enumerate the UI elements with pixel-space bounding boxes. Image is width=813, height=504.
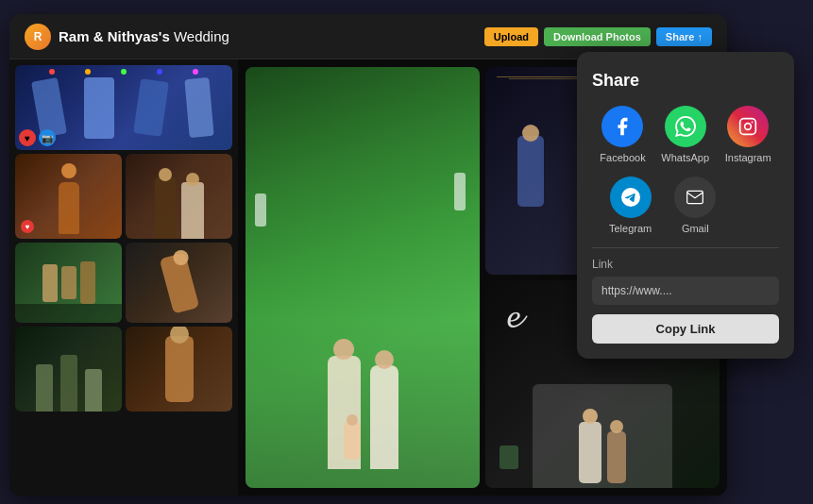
share-telegram-button[interactable]: Telegram xyxy=(609,176,652,234)
gallery-item[interactable] xyxy=(246,67,480,488)
svg-point-1 xyxy=(745,124,752,130)
facebook-icon xyxy=(601,106,643,147)
instagram-icon xyxy=(727,106,769,147)
whatsapp-label: WhatsApp xyxy=(661,152,709,163)
download-button[interactable]: Download Photos xyxy=(544,27,651,46)
instagram-label: Instagram xyxy=(725,152,771,163)
copy-link-button[interactable]: Copy Link xyxy=(592,314,779,344)
facebook-label: Facebook xyxy=(600,152,645,163)
header-actions: Upload Download Photos Share ↑ xyxy=(484,27,712,46)
list-item[interactable] xyxy=(15,327,122,412)
list-item[interactable]: ♥ xyxy=(15,154,122,239)
gmail-label: Gmail xyxy=(682,223,709,234)
heart-reaction-icon: ♥ xyxy=(19,129,36,146)
share-icons-row-2: Telegram Gmail xyxy=(592,176,779,234)
list-item[interactable] xyxy=(15,243,122,323)
sidebar: ♥ 📷 ♥ xyxy=(9,59,238,496)
thumb-reactions: ♥ 📷 xyxy=(19,129,56,146)
gmail-icon xyxy=(674,176,716,218)
share-divider xyxy=(592,247,779,248)
upload-button[interactable]: Upload xyxy=(484,27,538,46)
svg-point-2 xyxy=(752,122,754,124)
list-item[interactable] xyxy=(126,243,232,323)
signature-overlay: 𝓮 xyxy=(504,294,520,337)
page-title: Ram & Nithyas's Wedding xyxy=(59,28,229,44)
share-whatsapp-button[interactable]: WhatsApp xyxy=(661,106,709,163)
list-item[interactable] xyxy=(126,327,232,412)
share-popup-title: Share xyxy=(592,71,779,91)
share-button[interactable]: Share ↑ xyxy=(656,27,712,46)
camera-reaction-icon: 📷 xyxy=(39,129,56,146)
whatsapp-icon xyxy=(665,106,706,147)
list-item[interactable]: ♥ 📷 xyxy=(15,65,232,150)
header-left: R Ram & Nithyas's Wedding xyxy=(25,24,229,50)
list-item[interactable] xyxy=(126,154,232,239)
telegram-icon xyxy=(610,176,652,218)
share-popup: Share Facebook WhatsApp Instagram xyxy=(577,52,794,359)
avatar: R xyxy=(25,24,51,50)
share-facebook-button[interactable]: Facebook xyxy=(600,106,645,163)
share-gmail-button[interactable]: Gmail xyxy=(674,176,716,234)
link-label: Link xyxy=(592,258,779,271)
share-instagram-button[interactable]: Instagram xyxy=(725,106,771,163)
svg-rect-0 xyxy=(740,119,756,135)
telegram-label: Telegram xyxy=(609,223,652,234)
svg-rect-3 xyxy=(687,191,703,203)
share-icons-row-1: Facebook WhatsApp Instagram xyxy=(592,106,779,163)
link-input[interactable] xyxy=(592,277,779,305)
